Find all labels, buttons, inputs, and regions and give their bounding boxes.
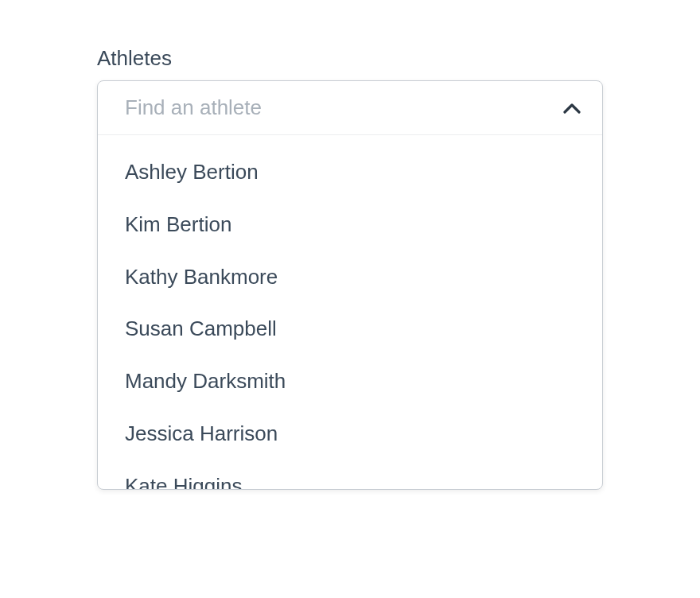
- dropdown-option[interactable]: Jessica Harrison: [98, 408, 602, 460]
- dropdown-option[interactable]: Ashley Bertion: [98, 146, 602, 199]
- dropdown-option[interactable]: Kim Bertion: [98, 199, 602, 251]
- dropdown-option[interactable]: Mandy Darksmith: [98, 355, 602, 408]
- dropdown-list: Ashley Bertion Kim Bertion Kathy Bankmor…: [98, 135, 602, 489]
- athlete-dropdown[interactable]: Ashley Bertion Kim Bertion Kathy Bankmor…: [97, 80, 603, 490]
- dropdown-header[interactable]: [98, 81, 602, 135]
- athlete-search-input[interactable]: [125, 95, 562, 120]
- dropdown-option[interactable]: Kathy Bankmore: [98, 251, 602, 304]
- athletes-label: Athletes: [97, 46, 603, 71]
- dropdown-option[interactable]: Susan Campbell: [98, 303, 602, 355]
- dropdown-option[interactable]: Kate Higgins: [98, 460, 602, 489]
- chevron-up-icon[interactable]: [562, 99, 581, 118]
